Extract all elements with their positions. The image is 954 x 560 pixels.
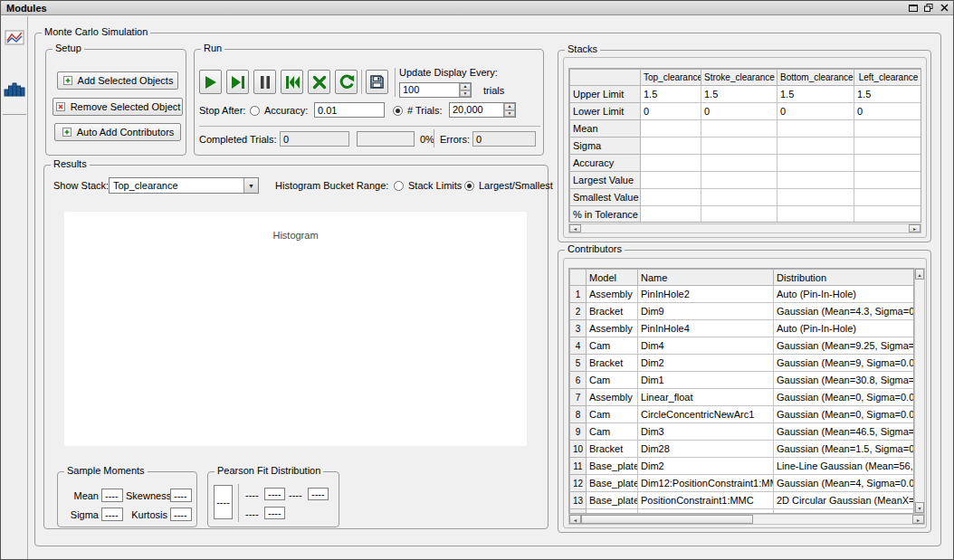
name-cell[interactable]: Dim28 <box>638 441 774 458</box>
model-cell[interactable]: Cam <box>587 406 638 423</box>
run-cancel-button[interactable] <box>308 70 330 94</box>
name-cell[interactable]: CircleConcentricNewArc1 <box>638 406 774 423</box>
name-cell[interactable]: PositionConstraint1:MMC <box>638 492 774 509</box>
stacks-cell[interactable]: 0 <box>701 103 778 120</box>
distribution-cell[interactable]: Gaussian (Mean=0, Sigma=0.0333 <box>774 406 915 423</box>
model-cell[interactable]: Assembly <box>587 389 638 406</box>
titlebar[interactable]: Modules <box>1 1 953 15</box>
name-cell[interactable]: Dim9 <box>638 303 774 320</box>
contributors-column-header[interactable]: Model <box>587 270 638 286</box>
stacks-cell[interactable]: 1.5 <box>701 86 778 103</box>
scroll-right-icon[interactable]: ▸ <box>912 515 924 524</box>
chevron-down-icon[interactable]: ▼ <box>243 178 258 193</box>
distribution-cell[interactable]: 2D Circular Gaussian (MeanX=0, M <box>774 492 915 509</box>
stacks-column-header[interactable]: Top_clearance <box>641 70 701 86</box>
distribution-cell[interactable]: Auto (Pin-In-Hole) <box>774 320 915 337</box>
stacks-cell[interactable] <box>854 189 922 206</box>
run-pause-button[interactable] <box>253 70 276 94</box>
contributors-row[interactable]: 13Base_platePositionConstraint1:MMC2D Ci… <box>570 492 915 509</box>
stacks-cell[interactable] <box>854 138 922 155</box>
name-cell[interactable]: Dim12:PositionConstraint1:MMC <box>638 475 774 492</box>
stacks-cell[interactable] <box>701 206 778 223</box>
stacks-hscrollbar[interactable]: ◂ ▸ <box>568 223 921 233</box>
stacks-cell[interactable]: 0 <box>854 103 922 120</box>
auto-add-contributors-button[interactable]: Auto Add Contributors <box>54 123 181 141</box>
stacks-cell[interactable] <box>778 155 854 172</box>
contributors-row[interactable]: 6CamDim1Gaussian (Mean=30.8, Sigma=0.0 <box>570 372 915 389</box>
distribution-cell[interactable]: Gaussian (Mean=9, Sigma=0.05) <box>774 355 915 372</box>
add-selected-objects-button[interactable]: Add Selected Objects <box>57 71 178 90</box>
distribution-cell[interactable]: Gaussian (Mean=0, Sigma=0.0166 <box>774 389 915 406</box>
stack-limits-radio[interactable] <box>394 181 404 191</box>
contributors-column-header[interactable]: Distribution <box>774 270 915 286</box>
stacks-cell[interactable] <box>854 172 922 189</box>
spin-up-icon[interactable]: ▲ <box>460 83 471 90</box>
spin-up-icon[interactable]: ▲ <box>504 103 515 110</box>
name-cell[interactable]: Dim2 <box>638 458 774 475</box>
scroll-up-icon[interactable]: ▴ <box>915 269 924 280</box>
stacks-cell[interactable] <box>701 189 778 206</box>
scroll-left-icon[interactable]: ◂ <box>569 515 581 524</box>
name-cell[interactable]: PinInHole2 <box>638 286 774 303</box>
stacks-cell[interactable] <box>778 206 854 223</box>
name-cell[interactable]: Dim1 <box>638 372 774 389</box>
stacks-cell[interactable] <box>641 189 701 206</box>
distribution-cell[interactable]: Gaussian (Mean=46.5, Sigma=0.0 <box>774 423 915 441</box>
stacks-cell[interactable] <box>701 138 778 155</box>
stacks-cell[interactable] <box>641 120 701 138</box>
stacks-cell[interactable] <box>854 120 922 138</box>
name-cell[interactable]: Linear_float <box>638 389 774 406</box>
run-save-button[interactable] <box>366 70 388 94</box>
histogram-module-icon[interactable] <box>4 78 25 100</box>
run-play-to-end-button[interactable] <box>226 70 249 94</box>
model-cell[interactable]: Cam <box>587 372 638 389</box>
distribution-cell[interactable]: Gaussian (Mean=9.25, Sigma=0.0 <box>774 337 915 355</box>
contributors-column-header[interactable]: Name <box>638 270 774 286</box>
run-refresh-button[interactable] <box>335 70 358 94</box>
contributors-row[interactable]: 2BracketDim9Gaussian (Mean=4.3, Sigma=0.… <box>570 303 915 320</box>
model-cell[interactable]: Bracket <box>587 355 638 372</box>
stacks-column-header[interactable]: Bottom_clearance <box>778 70 854 86</box>
stacks-cell[interactable]: 1.5 <box>854 86 922 103</box>
contributors-row[interactable]: 7AssemblyLinear_floatGaussian (Mean=0, S… <box>570 389 915 406</box>
model-cell[interactable]: Bracket <box>587 303 638 320</box>
name-cell[interactable]: Dim4 <box>638 337 774 355</box>
distribution-cell[interactable]: Auto (Pin-In-Hole) <box>774 286 915 303</box>
model-cell[interactable]: Cam <box>587 337 638 355</box>
contributors-vscrollbar[interactable]: ▴ ▾ <box>914 268 925 514</box>
stacks-cell[interactable]: 0 <box>778 103 854 120</box>
plot-module-icon[interactable] <box>4 27 25 49</box>
scroll-left-icon[interactable]: ◂ <box>569 224 581 233</box>
scroll-down-icon[interactable]: ▾ <box>915 502 924 513</box>
contributors-row[interactable]: 3AssemblyPinInHole4Auto (Pin-In-Hole) <box>570 320 915 337</box>
accuracy-field[interactable]: 0.01 <box>314 102 385 118</box>
contributors-row[interactable]: 11Base_plateDim2Line-Line Gaussian (Mean… <box>570 458 915 475</box>
stacks-cell[interactable] <box>701 172 778 189</box>
model-cell[interactable]: Bracket <box>587 441 638 458</box>
model-cell[interactable]: Assembly <box>587 286 638 303</box>
stacks-cell[interactable] <box>641 172 701 189</box>
stacks-cell[interactable] <box>641 206 701 223</box>
contributors-row[interactable]: 1AssemblyPinInHole2Auto (Pin-In-Hole) <box>570 286 915 303</box>
contributors-row[interactable]: 9CamDim3Gaussian (Mean=46.5, Sigma=0.0 <box>570 423 915 441</box>
model-cell[interactable]: Assembly <box>587 320 638 337</box>
stacks-cell[interactable] <box>701 155 778 172</box>
remove-selected-object-button[interactable]: Remove Selected Object <box>52 98 183 116</box>
contributors-row[interactable]: 10BracketDim28Gaussian (Mean=1.5, Sigma=… <box>570 441 915 458</box>
restore-icon[interactable] <box>923 3 934 13</box>
update-display-spinbox[interactable]: 100 ▲▼ <box>399 82 472 98</box>
stacks-cell[interactable] <box>778 138 854 155</box>
distribution-cell[interactable]: Gaussian (Mean=4.3, Sigma=0.05) <box>774 303 915 320</box>
name-cell[interactable]: Dim2 <box>638 355 774 372</box>
contributors-row[interactable]: 5BracketDim2Gaussian (Mean=9, Sigma=0.05… <box>570 355 915 372</box>
run-play-button[interactable] <box>199 70 222 94</box>
maximize-icon[interactable] <box>908 3 919 13</box>
largest-smallest-radio[interactable] <box>464 181 474 191</box>
stacks-cell[interactable] <box>854 155 922 172</box>
stacks-cell[interactable] <box>778 120 854 138</box>
contributors-row[interactable]: 8CamCircleConcentricNewArc1Gaussian (Mea… <box>570 406 915 423</box>
spin-down-icon[interactable]: ▼ <box>460 90 471 98</box>
stacks-cell[interactable] <box>854 206 922 223</box>
contributors-row[interactable]: 4CamDim4Gaussian (Mean=9.25, Sigma=0.0 <box>570 337 915 355</box>
update-display-spinner[interactable]: ▲▼ <box>459 83 471 97</box>
